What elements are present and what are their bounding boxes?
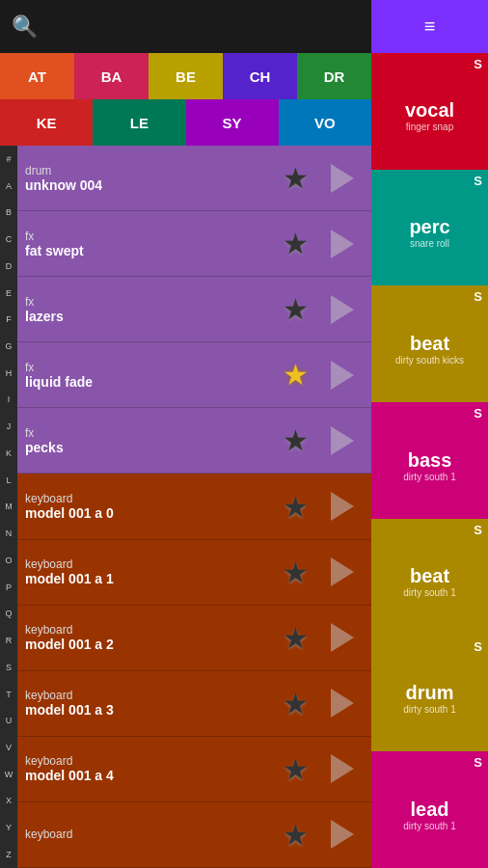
alphabet-sidebar: #ABCDEFGHIJKLMNOPQRSTUVWXYZ xyxy=(0,146,17,868)
right-tile-beat-2[interactable]: Sbeatdirty south kicks xyxy=(371,285,488,402)
right-tile-bass-3[interactable]: Sbassdirty south 1 xyxy=(371,402,488,519)
tab-le[interactable]: LE xyxy=(93,99,185,146)
alpha-letter-p[interactable]: P xyxy=(0,574,17,601)
right-tile-beat-4[interactable]: Sbeatdirty south 1 xyxy=(371,519,488,636)
play-button[interactable] xyxy=(320,287,364,331)
right-tile-vocal-0[interactable]: Svocalfinger snap xyxy=(371,53,488,170)
menu-button[interactable]: ≡ xyxy=(371,0,488,53)
item-line1: fx xyxy=(25,426,270,440)
play-button[interactable] xyxy=(320,747,364,791)
tab-ke[interactable]: KE xyxy=(0,99,93,146)
star-button[interactable]: ★ xyxy=(270,350,320,400)
tile-label: vocal xyxy=(405,99,454,122)
play-button[interactable] xyxy=(320,813,364,856)
alpha-letter-x[interactable]: X xyxy=(0,788,17,815)
alpha-letter-q[interactable]: Q xyxy=(0,600,17,627)
tab-sy[interactable]: SY xyxy=(186,99,279,146)
star-icon: ★ xyxy=(283,687,309,720)
list-item[interactable]: fxliquid fade★ xyxy=(17,342,371,408)
alpha-letter-t[interactable]: T xyxy=(0,681,17,708)
tile-label: perc xyxy=(409,216,449,238)
play-triangle-icon xyxy=(331,820,354,849)
alpha-letter-d[interactable]: D xyxy=(0,253,17,280)
tab-ch[interactable]: CH xyxy=(223,53,297,99)
alpha-letter-l[interactable]: L xyxy=(0,467,17,494)
alpha-letter-z[interactable]: Z xyxy=(0,841,17,868)
item-line1: keyboard xyxy=(25,754,270,768)
play-button[interactable] xyxy=(320,551,364,594)
alpha-letter-r[interactable]: R xyxy=(0,627,17,654)
tab-ba[interactable]: BA xyxy=(74,53,149,99)
tile-s-label: S xyxy=(474,57,482,71)
alpha-letter-v[interactable]: V xyxy=(0,734,17,761)
alpha-letter-c[interactable]: C xyxy=(0,226,17,253)
tile-label: beat xyxy=(410,333,449,355)
star-button[interactable]: ★ xyxy=(270,219,320,269)
play-button[interactable] xyxy=(320,616,364,660)
item-line2: liquid fade xyxy=(25,374,270,390)
right-panel: ≡ Svocalfinger snapSpercsnare rollSbeatd… xyxy=(371,0,488,868)
alpha-letter-h[interactable]: H xyxy=(0,360,17,387)
alpha-letter-#[interactable]: # xyxy=(0,146,17,173)
right-tile-lead-6[interactable]: Sleaddirty south 1 xyxy=(371,751,488,868)
star-button[interactable]: ★ xyxy=(270,678,320,728)
alpha-letter-a[interactable]: A xyxy=(0,173,17,200)
item-text: fxlazers xyxy=(25,295,270,324)
star-button[interactable]: ★ xyxy=(270,744,320,794)
play-button[interactable] xyxy=(320,353,364,396)
list-item[interactable]: fxpecks★ xyxy=(17,408,371,474)
star-button[interactable]: ★ xyxy=(270,153,320,203)
item-line2: unknow 004 xyxy=(25,177,270,193)
play-button[interactable] xyxy=(320,485,364,529)
list-item[interactable]: keyboardmodel 001 a 3★ xyxy=(17,671,371,737)
star-button[interactable]: ★ xyxy=(270,809,320,859)
item-text: keyboardmodel 001 a 1 xyxy=(25,557,270,586)
tab-at[interactable]: AT xyxy=(0,53,74,99)
alpha-letter-o[interactable]: O xyxy=(0,547,17,574)
play-button[interactable] xyxy=(320,682,364,725)
right-tile-drum-5[interactable]: Sdrumdirty south 1 xyxy=(371,636,488,752)
list-item[interactable]: fxfat swept★ xyxy=(17,211,371,277)
alpha-letter-m[interactable]: M xyxy=(0,494,17,521)
list-item[interactable]: keyboardmodel 001 a 1★ xyxy=(17,540,371,606)
play-button[interactable] xyxy=(320,156,364,200)
star-button[interactable]: ★ xyxy=(270,547,320,597)
right-tile-perc-1[interactable]: Spercsnare roll xyxy=(371,170,488,286)
search-icon[interactable]: 🔍 xyxy=(12,14,38,40)
list-item[interactable]: keyboardmodel 001 a 2★ xyxy=(17,606,371,671)
list-item[interactable]: keyboardmodel 001 a 0★ xyxy=(17,474,371,539)
star-icon: ★ xyxy=(283,292,309,326)
item-line1: fx xyxy=(25,361,270,374)
play-button[interactable] xyxy=(320,419,364,462)
star-button[interactable]: ★ xyxy=(270,416,320,466)
alpha-letter-e[interactable]: E xyxy=(0,280,17,307)
alpha-letter-k[interactable]: K xyxy=(0,440,17,467)
item-text: keyboardmodel 001 a 0 xyxy=(25,492,270,521)
alpha-letter-g[interactable]: G xyxy=(0,333,17,360)
item-line1: keyboard xyxy=(25,623,270,637)
tab-vo[interactable]: VO xyxy=(279,99,371,146)
tab-be[interactable]: BE xyxy=(149,53,223,99)
tile-label: beat xyxy=(410,565,449,587)
alpha-letter-f[interactable]: F xyxy=(0,306,17,333)
alpha-letter-i[interactable]: I xyxy=(0,387,17,414)
alpha-letter-s[interactable]: S xyxy=(0,654,17,681)
play-button[interactable] xyxy=(320,222,364,265)
star-button[interactable]: ★ xyxy=(270,285,320,335)
list-item[interactable]: fxlazers★ xyxy=(17,277,371,342)
tile-s-label: S xyxy=(474,406,482,420)
play-triangle-icon xyxy=(331,754,354,783)
list-item[interactable]: keyboardmodel 001 a 4★ xyxy=(17,737,371,802)
alpha-letter-n[interactable]: N xyxy=(0,520,17,547)
tab-dr[interactable]: DR xyxy=(297,53,371,99)
list-item[interactable]: drumunknow 004★ xyxy=(17,146,371,211)
alpha-letter-w[interactable]: W xyxy=(0,761,17,788)
alpha-letter-u[interactable]: U xyxy=(0,707,17,734)
alpha-letter-y[interactable]: Y xyxy=(0,814,17,841)
star-button[interactable]: ★ xyxy=(270,481,320,531)
star-button[interactable]: ★ xyxy=(270,612,320,663)
alpha-letter-b[interactable]: B xyxy=(0,199,17,226)
list-item[interactable]: keyboard★ xyxy=(17,802,371,868)
tile-s-label: S xyxy=(474,755,482,770)
alpha-letter-j[interactable]: J xyxy=(0,413,17,440)
